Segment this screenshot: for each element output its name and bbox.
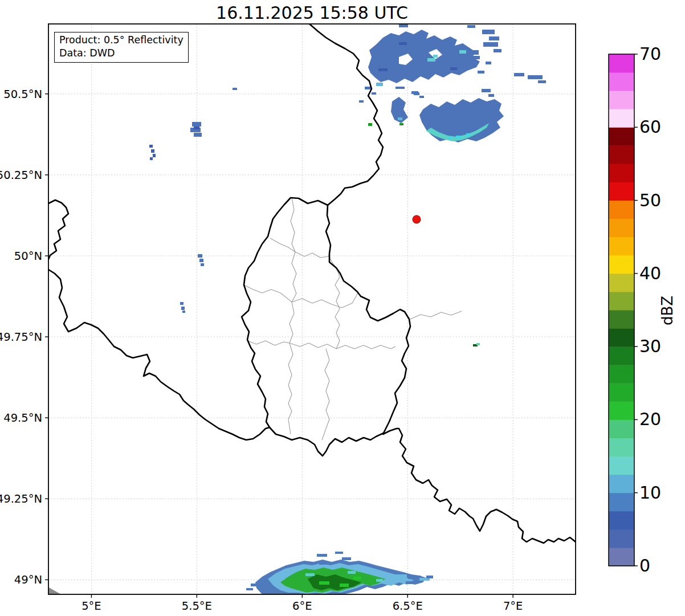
radar-echo-bin [392, 574, 407, 578]
product-info-box: Product: 0.5° Reflectivity Data: DWD [54, 32, 189, 63]
radar-echo-bin [181, 307, 185, 310]
colorbar-band [609, 511, 634, 530]
y-tick-label: 49°N [14, 573, 42, 586]
radar-echo-bin [150, 157, 153, 160]
colorbar-band [609, 401, 634, 420]
radar-echo-bin [514, 73, 524, 76]
radar-echo-bin [305, 573, 315, 576]
radar-echo-bin [399, 42, 407, 45]
radar-echo-bin [153, 154, 156, 157]
radar-echo-bin [151, 149, 154, 153]
radar-echo-bin [199, 259, 203, 262]
colorbar-band [609, 292, 634, 311]
figure-background [0, 0, 685, 616]
colorbar-band [609, 328, 634, 347]
colorbar-band [609, 219, 634, 238]
radar-echo-bin [340, 584, 349, 587]
radar-echo-bin [528, 75, 543, 79]
radar-echo-bin [319, 581, 329, 585]
colorbar-band [609, 383, 634, 402]
y-tick-label: 50.25°N [0, 169, 42, 182]
radar-figure: 5°E5.5°E6°E6.5°E7°E50.5°N50.25°N50°N49.7… [0, 0, 685, 616]
radar-echo-bin [182, 311, 185, 313]
figure-title: 16.11.2025 15:58 UTC [48, 3, 576, 23]
radar-echo-bin [372, 92, 376, 95]
radar-echo-bin [489, 36, 499, 40]
colorbar-band [609, 419, 634, 438]
radar-echo-bin [359, 100, 364, 103]
y-tick-label: 49.75°N [0, 331, 42, 344]
radar-echo-bin [478, 71, 484, 74]
radar-echo-bin [488, 94, 494, 97]
radar-echo-bin [378, 68, 388, 71]
y-tick-label: 49.25°N [0, 492, 42, 505]
colorbar-band [609, 164, 634, 182]
colorbar-tick-label: 40 [639, 263, 661, 283]
colorbar-band [609, 310, 634, 329]
colorbar-band [609, 475, 634, 493]
radar-echo-bin [426, 576, 433, 578]
radar-map-canvas: 5°E5.5°E6°E6.5°E7°E50.5°N50.25°N50°N49.7… [0, 0, 685, 616]
colorbar-band [609, 529, 634, 548]
colorbar-band [609, 91, 634, 109]
radar-echo-bin [408, 576, 421, 579]
radar-echo-bin [395, 87, 400, 89]
radar-echo-bin [398, 117, 402, 120]
radar-echo-bin [368, 123, 372, 126]
radar-echo-bin [483, 42, 498, 47]
data-source-line: Data: DWD [59, 47, 184, 60]
radar-echo-bin [319, 562, 331, 565]
radar-echo-bin [348, 571, 356, 574]
colorbar-band [609, 365, 634, 384]
radar-echo-bin [482, 89, 491, 92]
radar-echo-bin [180, 302, 184, 305]
radar-echo-bin [486, 62, 491, 64]
colorbar-band [609, 346, 634, 365]
product-line: Product: 0.5° Reflectivity [59, 34, 184, 47]
x-tick-label: 6.5°E [393, 599, 423, 613]
colorbar-tick-label: 10 [639, 483, 661, 503]
radar-echo-bin [476, 343, 480, 345]
radar-echo-bin [376, 83, 383, 86]
colorbar-band [609, 127, 634, 146]
x-tick-label: 5°E [81, 599, 101, 613]
radar-echo-bin [149, 145, 153, 148]
radar-echo-bin [419, 96, 424, 98]
colorbar-band [609, 54, 634, 73]
radar-echo-bin [233, 88, 237, 90]
radar-echo-bin [406, 581, 417, 584]
radar-echo-bin [494, 49, 501, 52]
radar-echo-bin [194, 133, 202, 137]
radar-echo-bin [251, 584, 260, 586]
colorbar-band [609, 182, 634, 201]
colorbar-band [609, 255, 634, 274]
colorbar-unit-label: dBZ [659, 282, 677, 339]
radar-echo-bin [456, 136, 462, 138]
colorbar-tick-label: 50 [639, 190, 661, 210]
x-tick-label: 5.5°E [182, 599, 212, 613]
colorbar-tick-label: 0 [639, 556, 650, 576]
radar-echo-bin [467, 50, 479, 55]
radar-echo-bin [246, 588, 253, 590]
colorbar-tick-label: 20 [639, 409, 661, 429]
colorbar-band [609, 145, 634, 164]
colorbar-tick-label: 30 [639, 336, 661, 356]
colorbar-band [609, 438, 634, 457]
radar-echo-bin [201, 263, 204, 266]
radar-echo-bin [317, 554, 327, 557]
radar-echo-bin [376, 579, 383, 582]
radar-echo-bin [482, 30, 495, 34]
radar-echo-bin [467, 25, 475, 28]
colorbar-band [609, 456, 634, 475]
radar-echo-bin [448, 137, 452, 139]
colorbar-tick-label: 60 [639, 117, 661, 137]
radar-echo-bin [466, 133, 471, 136]
radar-echo-bin [399, 123, 403, 125]
colorbar-band [609, 493, 634, 512]
colorbar-band [609, 274, 634, 292]
radar-echo-bin [538, 80, 546, 83]
x-tick-label: 7°E [503, 599, 523, 613]
radar-echo-bin [335, 552, 343, 554]
radar-echo-bin [427, 58, 435, 62]
y-tick-label: 50°N [14, 250, 42, 263]
